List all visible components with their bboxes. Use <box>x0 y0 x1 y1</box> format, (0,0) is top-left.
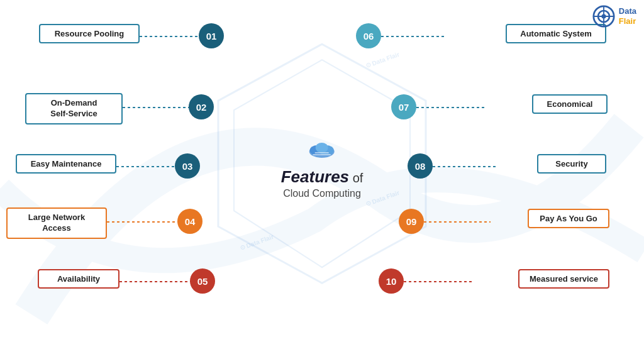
feature-box-06: Automatic System <box>506 24 606 43</box>
num-circle-03: 03 <box>175 153 200 179</box>
dotline-02 <box>123 107 193 108</box>
features-title: Features of <box>281 167 364 187</box>
num-circle-04: 04 <box>177 209 203 234</box>
num-circle-06: 06 <box>356 23 381 48</box>
features-subtitle: Cloud Computing <box>281 188 364 199</box>
dotline-06 <box>381 36 444 37</box>
dotline-08 <box>433 166 496 167</box>
feature-box-10: Measured service <box>518 269 609 289</box>
svg-point-10 <box>316 143 328 153</box>
num-circle-05: 05 <box>190 268 215 294</box>
logo-line2: Flair <box>619 16 636 26</box>
feature-box-08: Security <box>537 154 606 174</box>
feature-box-04: Large NetworkAccess <box>6 207 107 239</box>
feature-box-09: Pay As You Go <box>528 209 609 228</box>
feature-box-05: Availability <box>38 269 119 289</box>
num-circle-08: 08 <box>408 153 433 179</box>
num-circle-07: 07 <box>391 94 416 119</box>
num-circle-10: 10 <box>379 268 404 294</box>
num-circle-09: 09 <box>399 209 424 234</box>
center-panel: Features of Cloud Computing <box>281 138 364 199</box>
feature-box-03: Easy Maintenance <box>16 154 116 174</box>
dotline-09 <box>424 221 491 223</box>
dotline-07 <box>416 107 486 108</box>
feature-box-07: Economical <box>532 94 608 114</box>
logo-line1: Data <box>619 6 636 16</box>
dotline-01 <box>140 36 203 37</box>
dotline-03 <box>116 166 179 167</box>
num-circle-02: 02 <box>189 94 214 119</box>
cloud-icon <box>281 138 364 165</box>
num-circle-01: 01 <box>199 23 224 48</box>
logo: Data Flair <box>592 5 636 28</box>
dotline-04 <box>107 221 181 223</box>
dotline-10 <box>404 281 473 282</box>
feature-box-01: Resource Pooling <box>39 24 140 43</box>
feature-box-02: On-DemandSelf-Service <box>25 93 123 124</box>
dotline-05 <box>119 281 194 282</box>
